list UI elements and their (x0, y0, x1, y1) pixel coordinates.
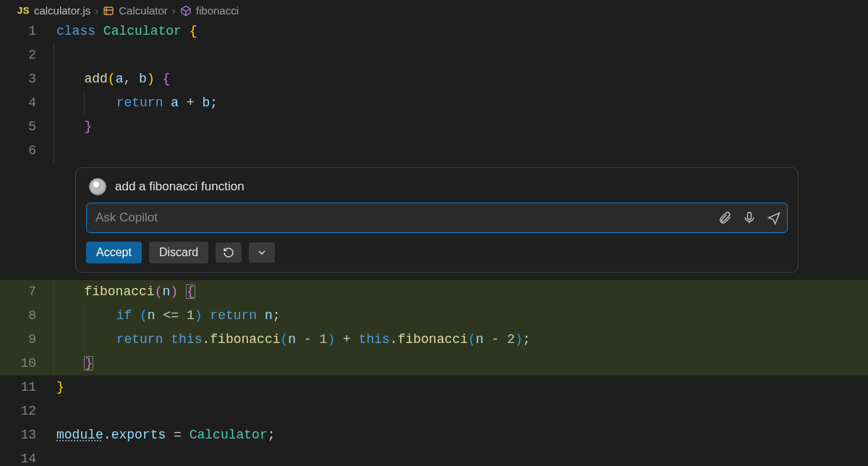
code-line-diff[interactable]: 9 return this.fibonacci(n - 1) + this.fi… (0, 328, 868, 352)
breadcrumb: JS calculator.js › Calculator › fibonacc… (0, 0, 868, 20)
breadcrumb-file[interactable]: calculator.js (34, 4, 90, 17)
line-number: 9 (0, 328, 54, 352)
code-line-diff[interactable]: 7 fibonacci(n) { (0, 280, 868, 304)
copilot-input[interactable] (95, 211, 718, 225)
breadcrumb-sep-1: › (95, 4, 98, 17)
copilot-ask-row[interactable] (86, 203, 788, 233)
user-avatar (89, 178, 106, 195)
line-number: 1 (0, 20, 54, 43)
copilot-prompt-row: add a fibonacci function (86, 177, 788, 203)
line-number: 8 (0, 304, 54, 328)
more-options-button[interactable] (249, 242, 275, 263)
code-line[interactable]: 11 } (0, 376, 868, 399)
code-line-diff[interactable]: 8 if (n <= 1) return n; (0, 304, 868, 328)
copilot-user-prompt: add a fibonacci function (115, 179, 244, 194)
breadcrumb-method[interactable]: fibonacci (196, 4, 239, 17)
code-line[interactable]: 6 (0, 139, 868, 163)
js-file-icon: JS (17, 5, 30, 16)
code-line[interactable]: 4 return a + b; (0, 91, 868, 115)
line-number: 10 (0, 352, 54, 376)
line-number: 14 (0, 447, 54, 466)
copilot-inline-panel: add a fibonacci function Accept Discard (75, 167, 799, 273)
code-line[interactable]: 3 add(a, b) { (0, 67, 868, 91)
code-line[interactable]: 12 (0, 399, 868, 423)
code-line[interactable]: 5 } (0, 115, 868, 139)
line-number: 12 (0, 399, 54, 423)
method-icon (180, 5, 192, 17)
class-icon (103, 5, 114, 17)
send-icon[interactable] (767, 211, 781, 225)
code-line[interactable]: 1 class Calculator { (0, 20, 868, 43)
line-number: 3 (0, 67, 54, 91)
accept-button[interactable]: Accept (86, 242, 142, 263)
code-line[interactable]: 14 (0, 447, 868, 466)
breadcrumb-sep-2: › (172, 4, 176, 17)
breadcrumb-class[interactable]: Calculator (119, 4, 168, 17)
line-number: 6 (0, 139, 54, 163)
svg-rect-1 (748, 213, 752, 220)
line-number: 11 (0, 376, 54, 399)
discard-button[interactable]: Discard (149, 242, 208, 263)
svg-rect-0 (104, 7, 113, 14)
attachment-icon[interactable] (718, 211, 732, 225)
line-number: 5 (0, 115, 54, 139)
line-number: 2 (0, 43, 54, 67)
line-number: 4 (0, 91, 54, 115)
code-editor[interactable]: 1 class Calculator { 2 3 add(a, b) { 4 r… (0, 20, 868, 466)
code-line[interactable]: 2 (0, 43, 868, 67)
microphone-icon[interactable] (742, 211, 757, 225)
line-number: 13 (0, 423, 54, 447)
code-line[interactable]: 13 module.exports = Calculator; (0, 423, 868, 447)
regenerate-button[interactable] (216, 242, 242, 263)
code-line-diff[interactable]: 10 } (0, 352, 868, 376)
line-number: 7 (0, 280, 54, 304)
